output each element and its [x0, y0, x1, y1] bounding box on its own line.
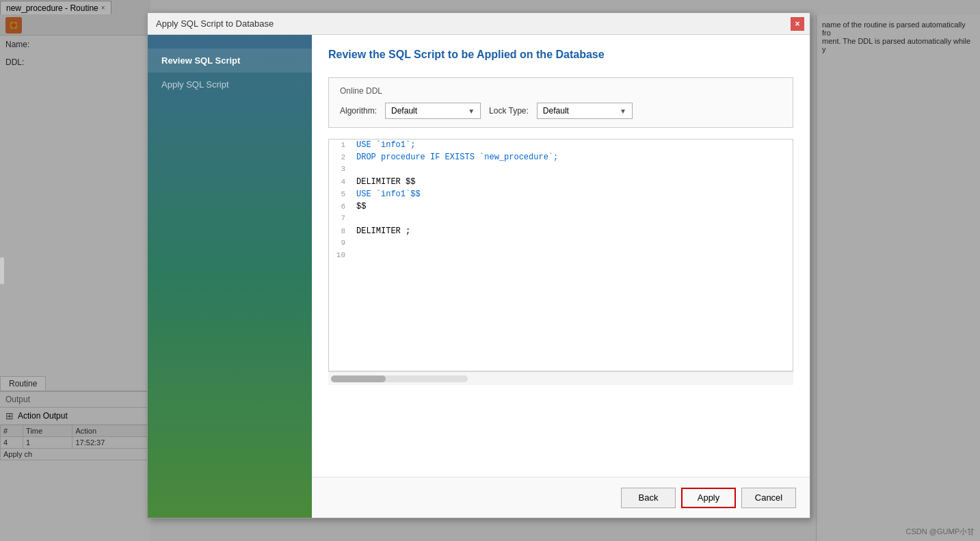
apply-button[interactable]: Apply	[681, 488, 736, 508]
algorithm-label: Algorithm:	[340, 106, 377, 116]
back-button[interactable]: Back	[621, 488, 676, 508]
scrollbar-area[interactable]	[328, 371, 793, 385]
dialog-body: Review SQL Script Apply SQL Script Revie…	[148, 35, 810, 518]
line-code: DROP procedure IF EXISTS `new_procedure`…	[354, 153, 793, 162]
dialog-content: Review the SQL Script to be Applied on t…	[312, 35, 810, 518]
dialog-titlebar: Apply SQL Script to Database ×	[148, 13, 810, 35]
resize-handle[interactable]	[0, 257, 4, 285]
algorithm-select[interactable]: Default ▼	[385, 103, 481, 119]
wizard-panel: Review SQL Script Apply SQL Script	[148, 35, 312, 518]
line-code: USE `info1`$$	[354, 189, 793, 199]
line-number: 9	[329, 239, 354, 247]
sql-line: 4DELIMITER $$	[329, 176, 793, 189]
apply-sql-dialog: Apply SQL Script to Database × Review SQ…	[147, 12, 810, 518]
sql-line: 10	[329, 250, 793, 263]
line-code: $$	[354, 202, 793, 211]
line-number: 7	[329, 214, 354, 222]
sql-line: 2DROP procedure IF EXISTS `new_procedure…	[329, 152, 793, 164]
scrollbar-track[interactable]	[331, 375, 468, 382]
sql-line: 1USE `info1`;	[329, 140, 793, 152]
line-number: 8	[329, 227, 354, 235]
sql-line: 3	[329, 164, 793, 176]
line-code: DELIMITER $$	[354, 177, 793, 187]
online-ddl-row: Algorithm: Default ▼ Lock Type: Default …	[340, 103, 782, 119]
line-number: 1	[329, 141, 354, 149]
wizard-step-review[interactable]: Review SQL Script	[148, 49, 312, 72]
dialog-title: Apply SQL Script to Database	[156, 18, 274, 29]
lock-type-label: Lock Type:	[489, 106, 529, 116]
dialog-heading: Review the SQL Script to be Applied on t…	[328, 49, 793, 61]
dialog-footer: Back Apply Cancel	[312, 477, 810, 518]
line-code: USE `info1`;	[354, 140, 793, 150]
sql-line: 9	[329, 238, 793, 250]
lock-type-dropdown-icon: ▼	[620, 107, 626, 115]
lock-type-select[interactable]: Default ▼	[537, 103, 633, 119]
cancel-button[interactable]: Cancel	[741, 488, 796, 508]
online-ddl-label: Online DDL	[340, 86, 782, 96]
sql-line: 5USE `info1`$$	[329, 189, 793, 201]
line-number: 4	[329, 178, 354, 186]
dialog-close-button[interactable]: ×	[791, 17, 804, 31]
wizard-step-apply[interactable]: Apply SQL Script	[148, 72, 312, 96]
algorithm-dropdown-icon: ▼	[468, 107, 475, 115]
line-number: 2	[329, 153, 354, 161]
sql-line: 8DELIMITER ;	[329, 226, 793, 238]
line-code: DELIMITER ;	[354, 226, 793, 236]
wizard-step-review-label: Review SQL Script	[161, 55, 240, 66]
lock-type-value: Default	[543, 106, 569, 116]
sql-code-area: 1USE `info1`;2DROP procedure IF EXISTS `…	[328, 139, 793, 371]
dialog-main: Review the SQL Script to be Applied on t…	[312, 35, 810, 477]
algorithm-value: Default	[391, 106, 417, 116]
line-number: 6	[329, 202, 354, 211]
sql-line: 6$$	[329, 201, 793, 213]
line-number: 3	[329, 165, 354, 173]
line-number: 5	[329, 190, 354, 198]
scrollbar-thumb[interactable]	[331, 375, 386, 382]
wizard-step-apply-label: Apply SQL Script	[161, 79, 229, 90]
sql-line: 7	[329, 213, 793, 226]
online-ddl-box: Online DDL Algorithm: Default ▼ Lock Typ…	[328, 77, 793, 128]
line-number: 10	[329, 251, 354, 259]
